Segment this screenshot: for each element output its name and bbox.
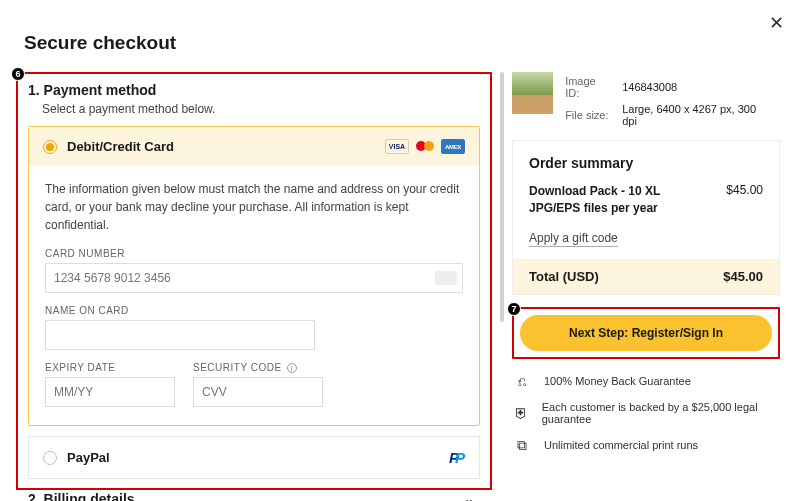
order-item-label: Download Pack - 10 XL JPG/EPS files per …: [529, 183, 699, 217]
visa-icon: VISA: [385, 139, 409, 154]
card-type-icon: [435, 271, 457, 285]
shield-icon: ⛨: [512, 405, 530, 421]
name-on-card-input[interactable]: [45, 320, 315, 350]
payment-section-highlight: 6 1. Payment method Select a payment met…: [16, 72, 492, 490]
card-number-label: CARD NUMBER: [45, 248, 463, 259]
credit-card-radio[interactable]: [43, 140, 57, 154]
card-number-input[interactable]: [45, 263, 463, 293]
next-step-button[interactable]: Next Step: Register/Sign In: [520, 315, 772, 351]
print-icon: ⧉: [512, 437, 532, 454]
expiry-label: EXPIRY DATE: [45, 362, 175, 373]
cvv-input[interactable]: [193, 377, 323, 407]
name-on-card-label: NAME ON CARD: [45, 305, 315, 316]
paypal-option[interactable]: PayPal PP: [28, 436, 480, 479]
paypal-label: PayPal: [67, 450, 110, 465]
page-title: Secure checkout: [0, 0, 800, 72]
image-id-value: 146843008: [622, 74, 778, 100]
annotation-badge-6: 6: [11, 67, 25, 81]
scrollbar[interactable]: [500, 72, 504, 322]
credit-card-label: Debit/Credit Card: [67, 139, 174, 154]
cvv-info-icon[interactable]: i: [287, 363, 297, 373]
product-thumbnail: [512, 72, 553, 114]
annotation-badge-7: 7: [507, 302, 521, 316]
paypal-radio[interactable]: [43, 451, 57, 465]
payment-method-heading: 1. Payment method: [28, 82, 480, 98]
benefits-list: ⎌100% Money Back Guarantee ⛨Each custome…: [512, 373, 780, 454]
order-summary: Order summary Download Pack - 10 XL JPG/…: [512, 140, 780, 295]
card-brand-logos: VISA AMEX: [385, 139, 465, 154]
billing-details-toggle[interactable]: 2. Billing details ⌄: [28, 479, 480, 501]
file-size-value: Large, 6400 x 4267 px, 300 dpi: [622, 102, 778, 128]
product-meta: Image ID:146843008 File size:Large, 6400…: [512, 72, 780, 140]
cvv-label: SECURITY CODE i: [193, 362, 323, 373]
next-step-highlight: 7 Next Step: Register/Sign In: [512, 307, 780, 359]
file-size-label: File size:: [565, 102, 620, 128]
benefit-legal-guarantee: Each customer is backed by a $25,000 leg…: [542, 401, 780, 425]
total-label: Total (USD): [529, 269, 599, 284]
image-id-label: Image ID:: [565, 74, 620, 100]
chevron-down-icon: ⌄: [464, 492, 474, 501]
credit-card-option-header[interactable]: Debit/Credit Card VISA AMEX: [29, 127, 479, 166]
paypal-icon: PP: [449, 449, 465, 466]
credit-card-info-text: The information given below must match t…: [45, 180, 463, 234]
amex-icon: AMEX: [441, 139, 465, 154]
mastercard-icon: [413, 139, 437, 154]
order-item-price: $45.00: [726, 183, 763, 217]
total-value: $45.00: [723, 269, 763, 284]
benefit-money-back: 100% Money Back Guarantee: [544, 375, 691, 387]
expiry-input[interactable]: [45, 377, 175, 407]
order-summary-title: Order summary: [529, 155, 763, 171]
payment-method-subtitle: Select a payment method below.: [28, 102, 480, 116]
money-back-icon: ⎌: [512, 373, 532, 389]
credit-card-option: Debit/Credit Card VISA AMEX The informat…: [28, 126, 480, 426]
close-icon[interactable]: ✕: [769, 12, 784, 34]
benefit-print-runs: Unlimited commercial print runs: [544, 439, 698, 451]
apply-gift-code-link[interactable]: Apply a gift code: [529, 231, 618, 247]
